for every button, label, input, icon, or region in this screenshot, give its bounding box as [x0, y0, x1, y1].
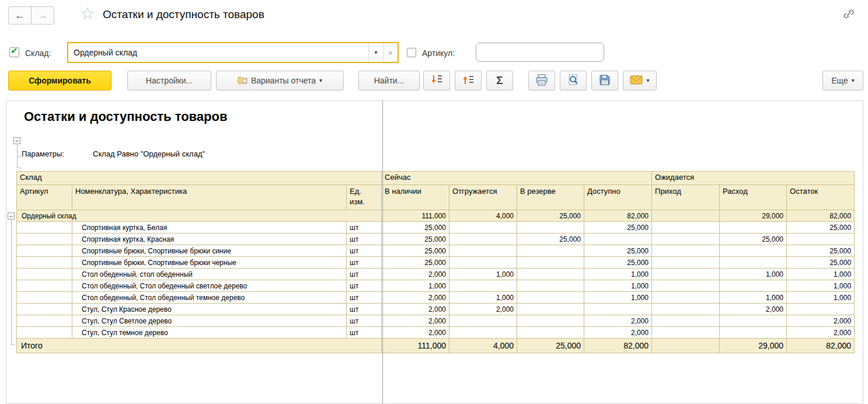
group-cell[interactable]: 29,000	[720, 210, 787, 222]
freeze-pane-splitter[interactable]	[382, 101, 383, 403]
group-cell[interactable]: 82,000	[584, 210, 652, 222]
value-cell[interactable]	[517, 315, 584, 327]
unit-cell[interactable]: шт	[347, 234, 382, 245]
sum-button[interactable]: Σ	[486, 71, 513, 90]
nomenclature-cell[interactable]: Стул, Стул Светлое дерево	[72, 315, 347, 327]
value-cell[interactable]	[652, 280, 720, 292]
group-cell[interactable]: 111,000	[382, 210, 449, 222]
nomenclature-cell[interactable]: Стул, Стул Красное дерево	[72, 304, 347, 315]
nomenclature-cell[interactable]: Стол обеденный, Стол обеденный темное де…	[72, 292, 347, 304]
article-cell[interactable]	[17, 234, 72, 245]
value-cell[interactable]	[652, 222, 720, 234]
total-cell[interactable]: 82,000	[584, 339, 652, 353]
value-cell[interactable]: 25,000	[787, 245, 855, 257]
group-label[interactable]: Ордерный склад	[17, 210, 382, 222]
group-cell[interactable]: 82,000	[787, 210, 855, 222]
value-cell[interactable]	[517, 292, 584, 304]
find-button[interactable]: Найти...	[358, 71, 420, 90]
value-cell[interactable]: 1,000	[584, 292, 652, 304]
value-cell[interactable]: 25,000	[787, 222, 855, 234]
value-cell[interactable]: 2,000	[382, 315, 449, 327]
value-cell[interactable]: 2,000	[382, 327, 449, 339]
value-cell[interactable]	[652, 315, 720, 327]
value-cell[interactable]: 1,000	[720, 292, 787, 304]
article-cell[interactable]	[17, 280, 72, 292]
value-cell[interactable]: 1,000	[787, 292, 855, 304]
value-cell[interactable]: 2,000	[382, 292, 449, 304]
unit-cell[interactable]: шт	[347, 245, 382, 257]
value-cell[interactable]: 2,000	[382, 304, 449, 315]
print-button[interactable]	[528, 71, 555, 90]
unit-cell[interactable]: шт	[347, 269, 382, 280]
value-cell[interactable]	[584, 304, 652, 315]
combo-dropdown-button[interactable]: ▾	[368, 43, 383, 62]
value-cell[interactable]	[449, 245, 517, 257]
back-button[interactable]: ←	[8, 6, 32, 25]
value-cell[interactable]	[652, 292, 720, 304]
group-cell[interactable]	[652, 210, 720, 222]
value-cell[interactable]	[449, 327, 517, 339]
value-cell[interactable]: 1,000	[584, 280, 652, 292]
value-cell[interactable]	[720, 245, 787, 257]
value-cell[interactable]: 25,000	[584, 257, 652, 269]
value-cell[interactable]: 1,000	[382, 280, 449, 292]
group-collapse-toggle[interactable]: −	[8, 213, 15, 220]
unit-cell[interactable]: шт	[347, 257, 382, 269]
value-cell[interactable]	[584, 234, 652, 245]
favorite-star-icon[interactable]: ☆	[80, 4, 95, 24]
nomenclature-cell[interactable]: Стол обеденный, стол обеденный	[72, 269, 347, 280]
value-cell[interactable]	[652, 257, 720, 269]
value-cell[interactable]: 25,000	[382, 257, 449, 269]
nomenclature-cell[interactable]: Спортивная куртка, Белая	[72, 222, 347, 234]
value-cell[interactable]: 25,000	[584, 222, 652, 234]
value-cell[interactable]: 25,000	[720, 234, 787, 245]
article-cell[interactable]	[17, 304, 72, 315]
value-cell[interactable]: 2,000	[584, 315, 652, 327]
value-cell[interactable]: 25,000	[382, 222, 449, 234]
value-cell[interactable]	[652, 245, 720, 257]
article-cell[interactable]	[17, 292, 72, 304]
value-cell[interactable]	[449, 257, 517, 269]
warehouse-checkbox[interactable]: ✔	[9, 47, 19, 57]
settings-button[interactable]: Настройки...	[127, 71, 211, 90]
value-cell[interactable]	[720, 257, 787, 269]
save-button[interactable]	[591, 71, 618, 90]
value-cell[interactable]	[449, 234, 517, 245]
value-cell[interactable]	[517, 327, 584, 339]
value-cell[interactable]	[720, 327, 787, 339]
send-email-button[interactable]: ▾	[623, 71, 657, 90]
value-cell[interactable]	[449, 315, 517, 327]
nomenclature-cell[interactable]: Стол обеденный, Стол обеденный светлое д…	[72, 280, 347, 292]
group-cell[interactable]: 25,000	[517, 210, 584, 222]
value-cell[interactable]	[517, 257, 584, 269]
expand-groups-button[interactable]	[423, 71, 450, 90]
article-cell[interactable]	[17, 257, 72, 269]
value-cell[interactable]: 25,000	[517, 234, 584, 245]
article-checkbox[interactable]	[407, 48, 416, 57]
value-cell[interactable]: 1,000	[787, 280, 855, 292]
article-input[interactable]	[476, 43, 604, 62]
total-cell[interactable]: 25,000	[517, 339, 584, 353]
collapse-groups-button[interactable]	[455, 71, 482, 90]
value-cell[interactable]	[652, 304, 720, 315]
unit-cell[interactable]: шт	[347, 304, 382, 315]
value-cell[interactable]	[720, 280, 787, 292]
total-cell[interactable]: 4,000	[449, 339, 517, 353]
unit-cell[interactable]: шт	[347, 327, 382, 339]
value-cell[interactable]	[517, 280, 584, 292]
value-cell[interactable]: 1,000	[584, 269, 652, 280]
value-cell[interactable]	[720, 222, 787, 234]
value-cell[interactable]: 2,000	[382, 269, 449, 280]
more-button[interactable]: Еще ▾	[822, 71, 863, 90]
nomenclature-cell[interactable]: Спортивные брюки, Спортивные брюки синие	[72, 245, 347, 257]
total-label[interactable]: Итого	[17, 339, 382, 353]
value-cell[interactable]	[720, 315, 787, 327]
generate-button[interactable]: Сформировать	[8, 71, 111, 90]
value-cell[interactable]: 2,000	[787, 315, 855, 327]
nomenclature-cell[interactable]: Спортивная куртка, Красная	[72, 234, 347, 245]
value-cell[interactable]: 25,000	[584, 245, 652, 257]
value-cell[interactable]: 1,000	[720, 269, 787, 280]
nomenclature-cell[interactable]: Стул, Стул темное дерево	[72, 327, 347, 339]
value-cell[interactable]	[787, 234, 855, 245]
unit-cell[interactable]: шт	[347, 280, 382, 292]
